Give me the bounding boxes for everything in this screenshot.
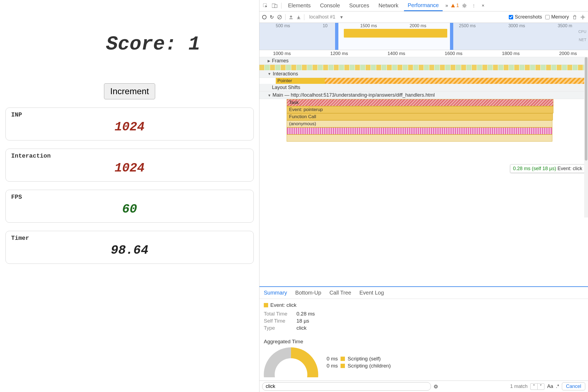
more-tabs-icon[interactable]: » xyxy=(444,3,449,8)
devtools-panel: Elements Console Sources Network Perform… xyxy=(259,0,588,392)
metric-value: 60 xyxy=(11,202,248,216)
metric-value: 1024 xyxy=(11,161,248,175)
screenshots-label: Screenshots xyxy=(515,14,542,20)
tab-call-tree[interactable]: Call Tree xyxy=(329,290,351,296)
increment-button[interactable]: Increment xyxy=(104,83,155,99)
interactions-track-header[interactable]: ▼Interactions xyxy=(259,70,588,78)
inspect-icon[interactable] xyxy=(262,2,269,10)
devtools-tabstrip: Elements Console Sources Network Perform… xyxy=(259,0,588,11)
metric-label: Timer xyxy=(11,235,248,242)
kv-value: 0.28 ms xyxy=(296,311,315,317)
record-icon[interactable] xyxy=(262,15,267,19)
metric-value: 98.64 xyxy=(11,243,248,258)
metric-card-fps: FPS 60 xyxy=(5,190,254,223)
screenshots-checkbox-input[interactable] xyxy=(509,15,513,19)
main-thread-header[interactable]: ▼ Main — http://localhost:5173/understan… xyxy=(259,91,588,99)
frames-label: Frames xyxy=(272,58,289,64)
chevron-down-icon[interactable]: ▾ xyxy=(340,14,343,20)
tick: 1800 ms xyxy=(502,51,520,56)
search-cancel-button[interactable]: Cancel xyxy=(562,382,585,390)
kv-value: click xyxy=(296,325,307,331)
match-case-toggle[interactable]: Aa xyxy=(547,384,553,389)
interactions-label: Interactions xyxy=(273,71,298,77)
metric-card-inp: INP 1024 xyxy=(5,108,254,140)
gc-icon[interactable] xyxy=(572,15,577,20)
regex-toggle[interactable]: .* xyxy=(556,384,559,389)
tab-bottom-up[interactable]: Bottom-Up xyxy=(295,290,321,296)
memory-checkbox-input[interactable] xyxy=(545,15,550,19)
flamechart-search-bar: 1 match ˄ ˅ Aa .* Cancel xyxy=(259,381,588,392)
clear-icon[interactable] xyxy=(277,15,282,20)
frames-track-header[interactable]: ▶Frames xyxy=(259,57,588,65)
flame-task[interactable]: Task xyxy=(287,99,553,106)
upload-profile-icon[interactable] xyxy=(289,15,293,19)
reload-record-icon[interactable]: ↻ xyxy=(270,14,274,20)
disclosure-icon: ▼ xyxy=(268,93,271,97)
overview-handle-right[interactable] xyxy=(450,23,453,50)
performance-toolbar: ↻ localhost #1 ▾ Screenshots Memory xyxy=(259,11,588,23)
tick: 1000 ms xyxy=(273,51,291,56)
tick: 2000 ms xyxy=(559,51,577,56)
pointer-interaction-row[interactable]: Pointer xyxy=(276,78,588,84)
aggregated-legend: 0 msScripting (self) 0 msScripting (chil… xyxy=(321,355,391,370)
metric-value: 1024 xyxy=(11,120,248,134)
clear-search-icon[interactable] xyxy=(434,384,438,389)
download-profile-icon[interactable] xyxy=(296,15,301,19)
summary-title-row: Event: click xyxy=(264,302,584,308)
flame-event-pointerup[interactable]: Event: pointerup xyxy=(287,106,553,113)
warnings-badge[interactable]: 1 xyxy=(451,3,459,8)
flame-layout-row[interactable] xyxy=(287,127,552,134)
svg-rect-2 xyxy=(275,5,277,8)
tick: 1600 ms xyxy=(445,51,463,56)
flame-chart[interactable]: Task Event: pointerup Function Call (ano… xyxy=(287,99,588,142)
tab-event-log[interactable]: Event Log xyxy=(359,290,384,296)
tab-summary[interactable]: Summary xyxy=(264,290,287,296)
profile-selector[interactable]: localhost #1 xyxy=(308,14,337,20)
tab-network[interactable]: Network xyxy=(375,0,402,11)
detail-ruler: 1000 ms 1200 ms 1400 ms 1600 ms 1800 ms … xyxy=(259,50,588,57)
score-label: Score: xyxy=(106,33,188,56)
overview-cpu-activity xyxy=(344,29,447,38)
kebab-menu-icon[interactable]: ⋮ xyxy=(470,2,477,10)
screenshots-checkbox[interactable]: Screenshots xyxy=(509,14,542,20)
kv-value: 18 µs xyxy=(296,318,309,324)
disclosure-icon: ▼ xyxy=(268,72,271,76)
layout-shifts-header[interactable]: Layout Shifts xyxy=(259,84,588,91)
overview-timeline[interactable]: 500 ms 10 1500 ms 2000 ms 2500 ms 3000 m… xyxy=(259,23,588,50)
device-toolbar-icon[interactable] xyxy=(271,2,278,10)
search-prev-icon[interactable]: ˄ xyxy=(530,383,537,390)
legend-value: 0 ms xyxy=(321,363,338,369)
disclosure-icon: ▶ xyxy=(268,59,270,63)
scrollbar-thumb[interactable] xyxy=(585,57,587,161)
kv-key: Self Time xyxy=(264,318,291,324)
metric-card-timer: Timer 98.64 xyxy=(5,231,254,264)
tooltip-timing: 0.28 ms (self 18 µs) xyxy=(513,166,556,171)
tick: 1500 ms xyxy=(360,23,377,28)
summary-event-title: Event: click xyxy=(270,302,296,308)
flame-function-call[interactable]: Function Call xyxy=(287,113,553,120)
capture-settings-gear-icon[interactable] xyxy=(580,15,585,20)
flamechart-scrollbar[interactable] xyxy=(584,57,588,218)
flamechart-area[interactable]: ▶Frames ▼Interactions Pointer Layout Shi… xyxy=(259,57,588,287)
pointer-segment-orange[interactable] xyxy=(325,78,588,84)
legend-label: Scripting (children) xyxy=(348,363,391,369)
tab-elements[interactable]: Elements xyxy=(284,0,314,11)
kv-key: Type xyxy=(264,325,291,331)
tab-console[interactable]: Console xyxy=(316,0,344,11)
tick: 2000 ms xyxy=(410,23,426,28)
metric-label: Interaction xyxy=(11,153,248,160)
tab-sources[interactable]: Sources xyxy=(345,0,373,11)
tab-performance[interactable]: Performance xyxy=(404,0,443,11)
page-under-test: Score: 1 Increment INP 1024 Interaction … xyxy=(0,0,259,392)
flame-anonymous[interactable]: (anonymous) xyxy=(287,120,552,127)
settings-gear-icon[interactable] xyxy=(461,2,468,10)
pointer-segment-yellow[interactable]: Pointer xyxy=(276,78,325,84)
flame-row-extra[interactable] xyxy=(287,134,552,142)
svg-point-3 xyxy=(464,5,465,7)
memory-checkbox[interactable]: Memory xyxy=(545,14,569,20)
search-next-icon[interactable]: ˅ xyxy=(537,383,544,390)
search-input[interactable] xyxy=(262,382,431,391)
overview-handle-left[interactable] xyxy=(335,23,338,50)
close-devtools-icon[interactable]: ✕ xyxy=(479,2,487,10)
metric-card-interaction: Interaction 1024 xyxy=(5,149,254,182)
